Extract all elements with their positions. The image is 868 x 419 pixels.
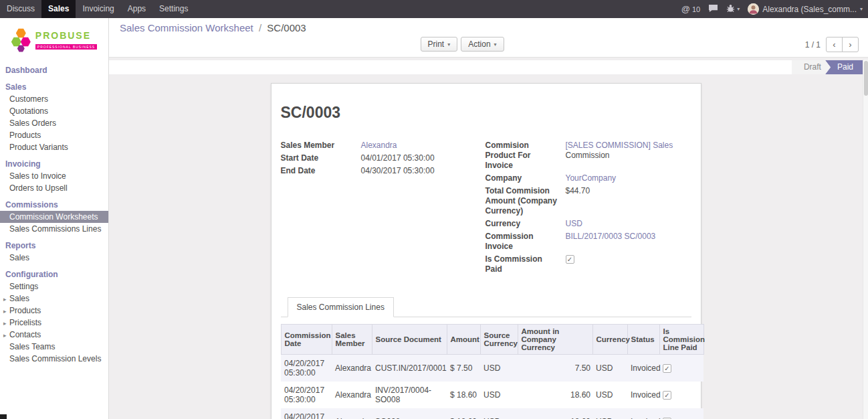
field-label: Company: [485, 173, 566, 183]
mentions-icon: @: [681, 4, 690, 14]
sidebar-item-label: Sales: [9, 253, 29, 262]
table-header-row: Commission DateSales MemberSource Docume…: [281, 325, 703, 355]
sidebar-item-sales-commissions-lines[interactable]: Sales Commissions Lines: [0, 223, 108, 235]
cell-amount: $ 18.60: [447, 408, 480, 419]
top-menu-discuss[interactable]: Discuss: [0, 0, 41, 18]
sidebar-item-label: Sales: [9, 294, 29, 303]
cell-line-paid: ✓: [659, 408, 703, 419]
cell-status: Invoiced: [627, 355, 659, 382]
field-value: 04/30/2017 05:30:00: [361, 166, 435, 176]
column-header-source-currency[interactable]: Source Currency: [480, 325, 518, 355]
sidebar-item-sales[interactable]: Sales: [0, 252, 108, 264]
sidebar-item-quotations[interactable]: Quotations: [0, 105, 108, 117]
sidebar-section-dashboard[interactable]: Dashboard: [0, 64, 108, 76]
chevron-right-icon: ▸: [3, 319, 7, 328]
sidebar-item-product-variants[interactable]: Product Variants: [0, 141, 108, 153]
sidebar-item-sales-commission-levels[interactable]: Sales Commission Levels: [0, 353, 108, 365]
table-row[interactable]: 04/20/2017 05:30:00AlexandraCUST.IN/2017…: [281, 355, 703, 382]
sidebar-item-label: Products: [9, 131, 41, 140]
sidebar-section-reports[interactable]: Reports: [0, 239, 108, 252]
field-currency: CurrencyUSD: [485, 219, 691, 229]
field-label: Total Commision Amount (Company Currency…: [485, 186, 566, 216]
sidebar-item-commission-worksheets[interactable]: Commission Worksheets: [0, 211, 108, 223]
line-paid-checkbox: ✓: [663, 391, 671, 400]
sidebar-section-invoicing[interactable]: Invoicing: [0, 157, 108, 170]
chevron-down-icon: ▾: [447, 41, 450, 48]
field-link-commission-invoice[interactable]: BILL/2017/0003 SC/0003: [566, 232, 656, 241]
sidebar-section-configuration[interactable]: Configuration: [0, 268, 108, 280]
sidebar-item-pricelists[interactable]: ▸Pricelists: [0, 317, 108, 329]
status-draft[interactable]: Draft: [792, 60, 831, 74]
field-commision-product-for-invoice: Commision Product For Invoice[SALES COMM…: [485, 141, 691, 171]
vertical-scrollbar[interactable]: [863, 60, 868, 419]
fields-left-group: Sales MemberAlexandraStart Date04/01/201…: [281, 141, 485, 277]
top-menu-invoicing[interactable]: Invoicing: [76, 0, 120, 18]
field-label: Commission Invoice: [485, 232, 566, 252]
cell-amount: $ 18.60: [447, 382, 480, 408]
cell-source-document: CUST.IN/2017/0001: [372, 355, 447, 382]
table-row[interactable]: 04/20/2017 05:30:00AlexandraINV/2017/000…: [281, 382, 703, 408]
pager: 1 / 1 ‹›: [805, 37, 859, 52]
sidebar-item-customers[interactable]: Customers: [0, 93, 108, 105]
cell-commission-date: 04/20/2017 05:30:00: [281, 382, 332, 408]
cell-source-document: INV/2017/0004-SO008: [372, 382, 447, 408]
column-header-currency[interactable]: Currency: [592, 325, 627, 355]
sidebar-item-sales-to-invoice[interactable]: Sales to Invoice: [0, 170, 108, 182]
field-is-commission-paid: Is Commission Paid✓: [485, 254, 691, 274]
table-row[interactable]: 04/20/2017 10:35:53AlexandraSO008$ 18.60…: [281, 408, 703, 419]
cell-source-currency: USD: [480, 408, 518, 419]
sidebar-item-products[interactable]: ▸Products: [0, 305, 108, 317]
column-header-commission-date[interactable]: Commission Date: [281, 325, 332, 355]
sidebar-section-commissions[interactable]: Commissions: [0, 198, 108, 211]
column-header-source-document[interactable]: Source Document: [372, 325, 447, 355]
sidebar-item-orders-to-upsell[interactable]: Orders to Upsell: [0, 182, 108, 194]
top-menu-apps[interactable]: Apps: [121, 0, 152, 18]
breadcrumb-current: SC/0003: [267, 22, 306, 33]
tab-sales-commission-lines[interactable]: Sales Commission Lines: [288, 297, 394, 317]
debug-menu-button[interactable]: ▾: [726, 4, 740, 15]
status-paid[interactable]: Paid: [825, 60, 863, 74]
print-button[interactable]: Print ▾: [421, 37, 458, 52]
control-panel: Sales Commission Worksheet / SC/0003 Pri…: [109, 18, 868, 58]
column-header-is-commision-line-paid[interactable]: Is Commision Line Paid: [659, 325, 703, 355]
field-link-sales-member[interactable]: Alexandra: [361, 141, 397, 150]
top-menu-sales[interactable]: Sales: [41, 0, 76, 18]
sidebar-item-products[interactable]: Products: [0, 129, 108, 141]
user-menu[interactable]: Alexandra (Sales_comm... ▾: [748, 3, 863, 15]
sidebar-item-sales[interactable]: ▸Sales: [0, 292, 108, 305]
column-header-sales-member[interactable]: Sales Member: [332, 325, 372, 355]
field-checkbox-is-commission-paid: ✓: [566, 255, 574, 264]
messages-button[interactable]: [708, 4, 718, 15]
field-commission-invoice: Commission InvoiceBILL/2017/0003 SC/0003: [485, 232, 691, 252]
cell-status: Invoiced: [627, 382, 659, 408]
cell-source-document: SO008: [372, 408, 447, 419]
pager-previous-button[interactable]: ‹: [826, 37, 843, 52]
column-header-status[interactable]: Status: [627, 325, 659, 355]
sidebar-item-sales-orders[interactable]: Sales Orders: [0, 117, 108, 129]
pager-next-button[interactable]: ›: [842, 37, 859, 52]
sidebar-section-sales[interactable]: Sales: [0, 80, 108, 93]
sidebar: PROBUSE PROFESSIONAL BUSINESS DashboardS…: [0, 18, 109, 419]
top-menu-settings[interactable]: Settings: [152, 0, 195, 18]
field-value-extra: Commission: [566, 151, 673, 161]
column-header-amount-in-company-currency[interactable]: Amount in Company Currency: [518, 325, 592, 355]
field-end-date: End Date04/30/2017 05:30:00: [281, 166, 485, 176]
notifications-indicator[interactable]: @ 10: [681, 4, 700, 14]
breadcrumb-parent-link[interactable]: Sales Commission Worksheet: [120, 22, 253, 33]
sidebar-item-settings[interactable]: Settings: [0, 280, 108, 292]
scrollbar-thumb[interactable]: [864, 61, 868, 96]
sidebar-item-contacts[interactable]: ▸Contacts: [0, 329, 108, 341]
field-link-company[interactable]: YourCompany: [566, 173, 617, 183]
field-company: CompanyYourCompany: [485, 173, 691, 183]
sidebar-item-label: Commission Worksheets: [9, 212, 98, 222]
column-header-amount[interactable]: Amount: [447, 325, 480, 355]
field-link-commision-product-for-invoice[interactable]: [SALES COMMISSION] Sales: [566, 141, 673, 150]
action-button[interactable]: Action ▾: [461, 37, 504, 52]
sidebar-menu: DashboardSalesCustomersQuotationsSales O…: [0, 64, 108, 365]
breadcrumb: Sales Commission Worksheet / SC/0003: [120, 22, 859, 33]
cell-source-currency: USD: [480, 382, 518, 408]
field-link-currency[interactable]: USD: [566, 219, 582, 228]
bottom-left-artifact: [0, 414, 7, 419]
sidebar-item-sales-teams[interactable]: Sales Teams: [0, 341, 108, 353]
field-value: 04/01/2017 05:30:00: [361, 153, 435, 163]
